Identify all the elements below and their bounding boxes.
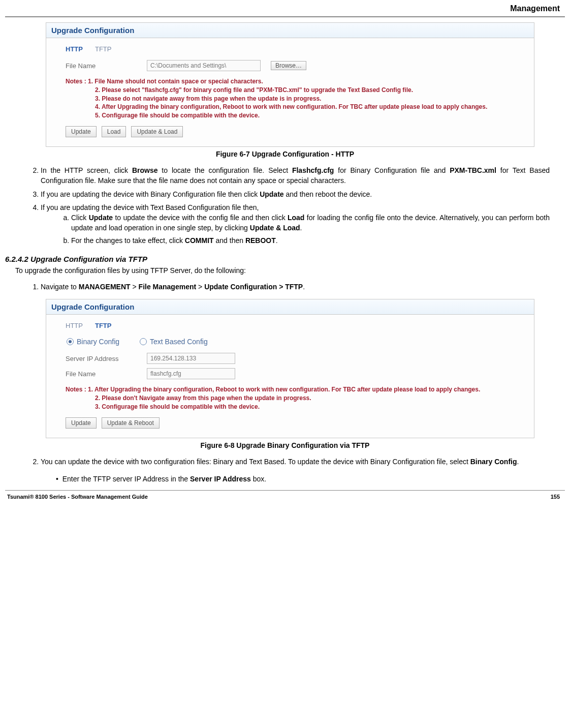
- tab-http[interactable]: HTTP: [66, 322, 83, 329]
- update-load-button[interactable]: Update & Load: [131, 126, 183, 137]
- tab-http[interactable]: HTTP: [66, 45, 83, 53]
- update-reboot-button[interactable]: Update & Reboot: [102, 417, 160, 429]
- page-section-header: Management: [5, 0, 565, 16]
- file-name-label: File Name: [66, 370, 137, 378]
- file-name-label: File Name: [66, 62, 137, 70]
- section-intro: To upgrade the configuration files by us…: [15, 266, 565, 275]
- header-rule: [5, 16, 565, 17]
- file-name-input[interactable]: C:\Documents and Settings\: [147, 60, 261, 71]
- footer-page-number: 155: [551, 494, 560, 500]
- update-button[interactable]: Update: [66, 126, 97, 137]
- tab-tftp[interactable]: TFTP: [95, 45, 112, 53]
- tftp-step-2: You can update the device with two confi…: [41, 457, 550, 467]
- footer-rule: [5, 490, 565, 491]
- load-button[interactable]: Load: [102, 126, 126, 137]
- notes-block: Notes : 1. After Upgrading the binary co…: [53, 381, 527, 415]
- radio-unselected-icon: [140, 338, 147, 345]
- tab-tftp[interactable]: TFTP: [95, 322, 112, 329]
- panel-title: Upgrade Configuration: [46, 299, 534, 315]
- browse-button[interactable]: Browse…: [271, 61, 306, 70]
- server-ip-input[interactable]: 169.254.128.133: [147, 353, 235, 364]
- step-4b: For the changes to take effect, click CO…: [71, 235, 550, 246]
- footer-left: Tsunami® 8100 Series - Software Manageme…: [7, 494, 148, 500]
- radio-text-config[interactable]: Text Based Config: [140, 338, 208, 346]
- figure-6-7-caption: Figure 6-7 Upgrade Configuration - HTTP: [5, 150, 565, 158]
- panel-title: Upgrade Configuration: [46, 23, 534, 38]
- update-button[interactable]: Update: [66, 417, 97, 429]
- instruction-list-3: You can update the device with two confi…: [30, 457, 550, 484]
- server-ip-label: Server IP Address: [66, 355, 137, 362]
- upgrade-config-http-panel: Upgrade Configuration HTTP TFTP File Nam…: [46, 22, 534, 147]
- step-4a: Click Update to update the device with t…: [71, 213, 550, 233]
- notes-block: Notes : 1. File Name should not contain …: [53, 73, 527, 124]
- upgrade-config-tftp-panel: Upgrade Configuration HTTP TFTP Binary C…: [46, 299, 534, 438]
- page-footer: Tsunami® 8100 Series - Software Manageme…: [5, 492, 565, 505]
- radio-binary-config[interactable]: Binary Config: [67, 338, 119, 346]
- figure-6-8-caption: Figure 6-8 Upgrade Binary Configuration …: [5, 441, 565, 449]
- step-4: If you are updating the device with Text…: [41, 202, 550, 246]
- tftp-step-1: Navigate to MANAGEMENT > File Management…: [41, 282, 550, 292]
- radio-selected-icon: [67, 338, 74, 345]
- instruction-list-2: Navigate to MANAGEMENT > File Management…: [30, 282, 550, 292]
- instruction-list-1: In the HTTP screen, click Browse to loca…: [30, 165, 550, 246]
- section-6-2-4-2-title: 6.2.4.2 Upgrade Configuration via TFTP: [5, 255, 565, 263]
- step-2: In the HTTP screen, click Browse to loca…: [41, 165, 550, 186]
- step-3: If you are updating the device with Bina…: [41, 189, 550, 199]
- tftp-bullet: • Enter the TFTP server IP Address in th…: [56, 474, 550, 484]
- file-name-input[interactable]: flashcfg.cfg: [147, 368, 235, 379]
